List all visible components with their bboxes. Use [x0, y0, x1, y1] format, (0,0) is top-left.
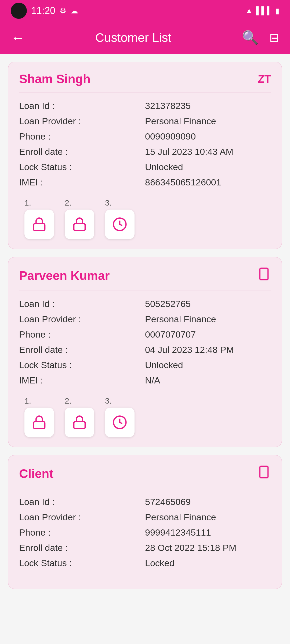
filter-button[interactable]: ⊟: [267, 28, 282, 47]
action-btn-wrap-0-2: 3.: [105, 198, 135, 239]
svg-rect-6: [74, 422, 85, 429]
action-btn-wrap-1-0: 1.: [24, 396, 54, 437]
action-num-1-2: 3.: [105, 396, 112, 405]
label-lock-status-0: Lock Status :: [19, 162, 145, 172]
chart-button-0-2[interactable]: [105, 210, 135, 239]
value-lock-status-2: Locked: [145, 558, 271, 568]
cloud-icon: ☁: [71, 6, 78, 15]
lock-button-1-0[interactable]: [24, 408, 54, 437]
action-num-1-0: 1.: [24, 396, 31, 405]
status-right-icons: ▲ ▌▌▌ ▮: [245, 6, 279, 15]
status-circle-icon: [11, 3, 27, 19]
action-num-0-2: 3.: [105, 198, 112, 207]
label-phone-2: Phone :: [19, 527, 145, 538]
label-imei-1: IMEI :: [19, 375, 145, 386]
value-loan-id-1: 505252765: [145, 299, 271, 309]
card-header-0: Sham Singh ZT: [19, 72, 271, 86]
card-info-1: Loan Id : 505252765 Loan Provider : Pers…: [19, 299, 271, 386]
label-loan-id-0: Loan Id :: [19, 101, 145, 111]
label-phone-1: Phone :: [19, 329, 145, 340]
label-enroll-date-0: Enroll date :: [19, 147, 145, 157]
customer-name-2: Client: [19, 466, 53, 481]
value-enroll-date-2: 28 Oct 2022 15:18 PM: [145, 543, 271, 553]
lock-button-1-1[interactable]: [65, 408, 94, 437]
action-num-0-1: 2.: [65, 198, 71, 207]
value-loan-id-2: 572465069: [145, 497, 271, 507]
action-num-0-0: 1.: [24, 198, 31, 207]
action-buttons-1: 1. 2. 3.: [19, 396, 271, 437]
customer-name-0: Sham Singh: [19, 72, 90, 86]
wifi-icon: ▲: [245, 6, 253, 15]
lock-icon-1-1: [72, 415, 87, 430]
lock-button-0-1[interactable]: [65, 210, 94, 239]
value-loan-provider-2: Personal Finance: [145, 512, 271, 522]
card-info-0: Loan Id : 321378235 Loan Provider : Pers…: [19, 101, 271, 188]
label-loan-provider-1: Loan Provider :: [19, 314, 145, 324]
card-info-2: Loan Id : 572465069 Loan Provider : Pers…: [19, 497, 271, 568]
svg-rect-1: [74, 224, 85, 231]
smartphone-icon-1: [257, 267, 271, 281]
value-lock-status-0: Unlocked: [145, 162, 271, 172]
svg-rect-5: [34, 422, 45, 429]
value-enroll-date-1: 04 Jul 2023 12:48 PM: [145, 345, 271, 355]
label-enroll-date-1: Enroll date :: [19, 345, 145, 355]
action-btn-wrap-0-1: 2.: [65, 198, 94, 239]
phone-icon-badge-2: [257, 465, 271, 482]
card-divider-0: [19, 93, 271, 93]
value-phone-0: 0090909090: [145, 131, 271, 142]
label-lock-status-1: Lock Status :: [19, 360, 145, 370]
signal-icon: ▌▌▌: [256, 6, 272, 15]
lock-button-0-0[interactable]: [24, 210, 54, 239]
search-button[interactable]: 🔍: [239, 27, 261, 48]
customer-card-0: Sham Singh ZT Loan Id : 321378235 Loan P…: [8, 62, 282, 249]
customer-card-1: Parveen Kumar Loan Id : 505252765 Loan P…: [8, 257, 282, 447]
value-loan-provider-0: Personal Finance: [145, 116, 271, 126]
customer-card-2: Client Loan Id : 572465069 Loan Provider…: [8, 455, 282, 589]
label-imei-0: IMEI :: [19, 177, 145, 188]
label-loan-id-2: Loan Id :: [19, 497, 145, 507]
card-divider-2: [19, 489, 271, 489]
card-divider-1: [19, 291, 271, 291]
smartphone-icon-2: [257, 465, 271, 479]
chart-button-1-2[interactable]: [105, 408, 135, 437]
label-lock-status-2: Lock Status :: [19, 558, 145, 568]
action-btn-wrap-0-0: 1.: [24, 198, 54, 239]
value-enroll-date-0: 15 Jul 2023 10:43 AM: [145, 147, 271, 157]
customer-list: Sham Singh ZT Loan Id : 321378235 Loan P…: [0, 54, 290, 597]
card-badge-0: ZT: [258, 73, 271, 85]
app-bar: ← Customer List 🔍 ⊟: [0, 21, 290, 54]
action-buttons-0: 1. 2. 3.: [19, 198, 271, 239]
chart-icon-0-2: [112, 217, 127, 232]
status-time: 11:20: [31, 5, 55, 16]
lock-icon-0-0: [32, 217, 47, 232]
label-loan-provider-2: Loan Provider :: [19, 512, 145, 522]
action-btn-wrap-1-1: 2.: [65, 396, 94, 437]
label-enroll-date-2: Enroll date :: [19, 543, 145, 553]
action-btn-wrap-1-2: 3.: [105, 396, 135, 437]
value-loan-id-0: 321378235: [145, 101, 271, 111]
page-title: Customer List: [33, 30, 234, 45]
label-phone-0: Phone :: [19, 131, 145, 142]
action-num-1-1: 2.: [65, 396, 71, 405]
status-bar-left: 11:20 ⚙ ☁: [11, 3, 78, 19]
card-header-2: Client: [19, 465, 271, 482]
customer-name-1: Parveen Kumar: [19, 268, 110, 283]
lock-icon-0-1: [72, 217, 87, 232]
battery-icon: ▮: [275, 6, 279, 15]
back-button[interactable]: ←: [8, 27, 27, 48]
chart-icon-1-2: [112, 415, 127, 430]
value-imei-0: 866345065126001: [145, 177, 271, 188]
lock-icon-1-0: [32, 415, 47, 430]
label-loan-id-1: Loan Id :: [19, 299, 145, 309]
status-bar: 11:20 ⚙ ☁ ▲ ▌▌▌ ▮: [0, 0, 290, 21]
label-loan-provider-0: Loan Provider :: [19, 116, 145, 126]
value-lock-status-1: Unlocked: [145, 360, 271, 370]
value-loan-provider-1: Personal Finance: [145, 314, 271, 324]
value-phone-1: 0007070707: [145, 329, 271, 340]
value-imei-1: N/A: [145, 375, 271, 386]
phone-icon-badge-1: [257, 267, 271, 284]
value-phone-2: 9999412345111: [145, 527, 271, 538]
svg-rect-0: [34, 224, 45, 231]
card-header-1: Parveen Kumar: [19, 267, 271, 284]
settings-icon: ⚙: [60, 6, 66, 15]
